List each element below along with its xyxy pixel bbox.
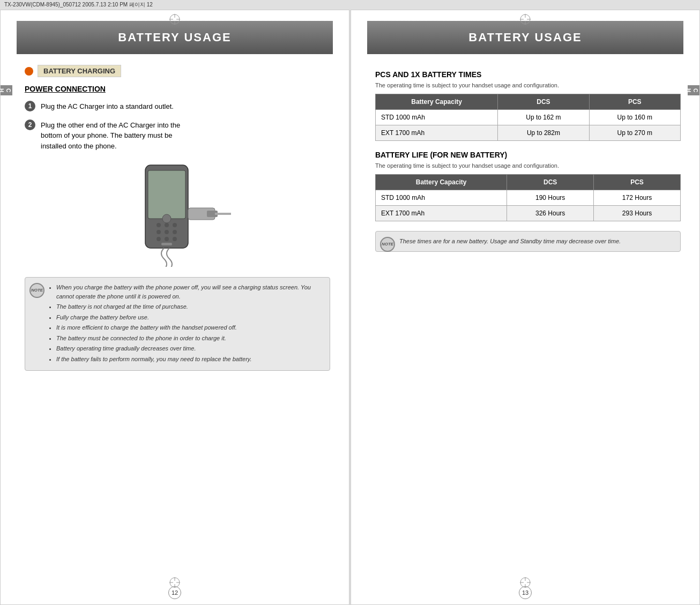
note-item-4: It is more efficient to charge the batte…	[56, 323, 323, 332]
phone-illustration	[25, 160, 330, 268]
svg-point-11	[157, 230, 161, 234]
table-row: STD 1000 mAh Up to 162 m Up to 160 m	[376, 110, 681, 125]
step-1-text: Plug the AC Charger into a standard outl…	[41, 101, 174, 112]
svg-point-12	[165, 230, 169, 234]
svg-rect-20	[215, 213, 231, 215]
left-page: C H 1 BATTERY USAGE BATTERY CHARGING POW…	[0, 10, 349, 605]
ch-tab-right: C H 1	[688, 85, 699, 95]
section1-title: PCS AND 1X BATTERY TIMES	[375, 70, 681, 79]
svg-point-16	[173, 237, 177, 241]
table2-r1c1: 326 Hours	[507, 206, 594, 221]
table2-header-0: Battery Capacity	[376, 175, 507, 190]
table2-r1c0: EXT 1700 mAh	[376, 206, 507, 221]
battery-charging-section: BATTERY CHARGING	[25, 65, 330, 77]
svg-rect-7	[161, 243, 172, 245]
orange-bullet	[25, 67, 33, 76]
step-2-number: 2	[25, 119, 35, 130]
crosshair-bottom-left	[169, 577, 181, 588]
table2-r0c1: 190 Hours	[507, 190, 594, 206]
svg-point-10	[173, 223, 177, 227]
note-item-6: Battery operating time gradually decreas…	[56, 344, 323, 353]
top-bar-text: TX-230VW(CDM-8945)_050712 2005.7.13 2:10…	[4, 1, 153, 9]
svg-point-9	[165, 223, 169, 227]
ch-tab-left-label: C	[5, 88, 11, 92]
note-icon-right: NOTE	[380, 237, 395, 252]
left-page-content: BATTERY CHARGING POWER CONNECTION 1 Plug…	[1, 54, 349, 581]
table-row: EXT 1700 mAh Up to 282m Up to 270 m	[376, 125, 681, 141]
table1-header-1: DCS	[498, 94, 589, 110]
battery-charging-label: BATTERY CHARGING	[38, 65, 121, 77]
svg-point-8	[157, 223, 161, 227]
svg-point-13	[173, 230, 177, 234]
right-page-header: BATTERY USAGE	[367, 21, 683, 54]
svg-rect-6	[148, 170, 185, 219]
crosshair-top-left	[169, 13, 181, 25]
note-icon-left: NOTE	[29, 283, 44, 298]
top-bar: TX-230VW(CDM-8945)_050712 2005.7.13 2:10…	[0, 0, 700, 10]
table1-r1c0: EXT 1700 mAh	[376, 125, 498, 141]
note-item-3: Fully charge the battery before use.	[56, 313, 323, 322]
note-list: When you charge the battery with the pho…	[49, 283, 323, 363]
section1-subtext: The operating time is subject to your ha…	[375, 82, 681, 88]
crosshair-top-right	[519, 13, 531, 25]
table1-r1c2: Up to 270 m	[589, 125, 680, 141]
table1-r1c1: Up to 282m	[498, 125, 589, 141]
svg-point-14	[157, 237, 161, 241]
table1-r0c1: Up to 162 m	[498, 110, 589, 125]
table2-header-1: DCS	[507, 175, 594, 190]
svg-point-15	[165, 237, 169, 241]
step-1-number: 1	[25, 101, 35, 111]
table2-r0c2: 172 Hours	[594, 190, 681, 206]
crosshair-bottom-right	[519, 577, 531, 588]
table1-r0c2: Up to 160 m	[589, 110, 680, 125]
section2-title: BATTERY LIFE (FOR NEW BATTERY)	[375, 151, 681, 159]
left-note-box: NOTE When you charge the battery with th…	[25, 277, 330, 371]
step-2-text: Plug the other end of the AC Charger int…	[41, 119, 180, 152]
ch-tab-left: C H 1	[1, 85, 12, 95]
section2-subtext: The operating time is subject to your ha…	[375, 162, 681, 169]
right-note-box: NOTE These times are for a new battery. …	[375, 231, 681, 252]
step-1: 1 Plug the AC Charger into a standard ou…	[25, 101, 330, 112]
table2-r0c0: STD 1000 mAh	[376, 190, 507, 206]
table1-header-0: Battery Capacity	[376, 94, 498, 110]
note-item-7: If the battery fails to perform normally…	[56, 355, 323, 364]
step-2: 2 Plug the other end of the AC Charger i…	[25, 119, 330, 152]
svg-point-17	[162, 214, 171, 223]
right-page-content: PCS AND 1X BATTERY TIMES The operating t…	[351, 54, 699, 581]
table1-header-2: PCS	[589, 94, 680, 110]
right-note-text: These times are for a new battery. Usage…	[399, 238, 621, 244]
battery-life-table: Battery Capacity DCS PCS STD 1000 mAh 19…	[375, 174, 681, 221]
note-item-2: The battery is not charged at the time o…	[56, 302, 323, 311]
table1-r0c0: STD 1000 mAh	[376, 110, 498, 125]
power-connection-title: POWER CONNECTION	[25, 85, 330, 93]
table-row: STD 1000 mAh 190 Hours 172 Hours	[376, 190, 681, 206]
table2-r1c2: 293 Hours	[594, 206, 681, 221]
table2-header-2: PCS	[594, 175, 681, 190]
note-item-1: When you charge the battery with the pho…	[56, 283, 323, 301]
table-row: EXT 1700 mAh 326 Hours 293 Hours	[376, 206, 681, 221]
battery-times-table: Battery Capacity DCS PCS STD 1000 mAh Up…	[375, 94, 681, 141]
right-page: C H 1 BATTERY USAGE PCS AND 1X BATTERY T…	[351, 10, 700, 605]
phone-svg	[124, 160, 231, 267]
left-page-header: BATTERY USAGE	[17, 21, 333, 54]
note-item-5: The battery must be connected to the pho…	[56, 334, 323, 343]
